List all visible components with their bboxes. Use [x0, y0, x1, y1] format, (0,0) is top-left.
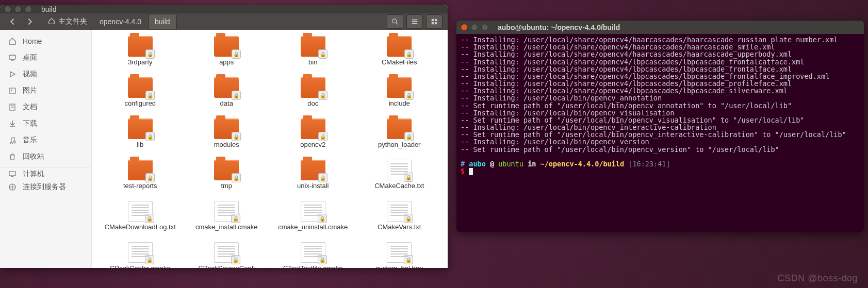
- folder-icon: 🔒: [387, 77, 412, 98]
- sidebar-item-trash[interactable]: 回收站: [0, 148, 91, 165]
- file-label: modules: [214, 141, 239, 148]
- svg-marker-11: [10, 72, 15, 77]
- folder-icon: 🔒: [387, 118, 412, 139]
- svg-rect-6: [435, 19, 437, 21]
- folder-item[interactable]: 🔒configured: [102, 77, 179, 118]
- breadcrumb-home[interactable]: 主文件夹: [42, 13, 93, 30]
- svg-point-13: [11, 90, 12, 91]
- lock-icon: 🔒: [145, 91, 155, 100]
- sidebar-item-home[interactable]: Home: [0, 33, 91, 49]
- folder-item[interactable]: 🔒data: [188, 77, 265, 118]
- window-controls: [461, 24, 488, 31]
- sidebar-item-network[interactable]: 连接到服务器: [0, 179, 91, 195]
- lock-icon: 🔒: [232, 132, 241, 141]
- file-label: CMakeVars.txt: [378, 224, 421, 231]
- lock-icon: 🔒: [145, 132, 155, 141]
- folder-item[interactable]: 🔒doc: [274, 77, 352, 118]
- folder-icon: 🔒: [387, 36, 412, 57]
- svg-rect-9: [9, 55, 15, 59]
- sidebar-item-desktop[interactable]: 桌面: [0, 49, 91, 66]
- sidebar: Home 桌面 视频 图片 文档 下载 音乐 回收站 计算机 连接到服务器: [0, 30, 92, 268]
- maximize-button[interactable]: [25, 6, 32, 13]
- sidebar-item-videos[interactable]: 视频: [0, 66, 91, 82]
- list-view-button[interactable]: [406, 14, 423, 29]
- file-item[interactable]: 🔒CPackSourceConfi: [188, 242, 265, 268]
- folder-item[interactable]: 🔒apps: [188, 36, 265, 77]
- folder-item[interactable]: 🔒3rdparty: [102, 36, 179, 77]
- svg-rect-17: [9, 172, 15, 176]
- folder-item[interactable]: 🔒python_loader: [361, 118, 438, 160]
- folder-item[interactable]: 🔒lib: [102, 118, 179, 160]
- close-button[interactable]: [4, 6, 11, 13]
- folder-item[interactable]: 🔒tmp: [188, 160, 265, 201]
- lock-icon: 🔒: [232, 173, 241, 182]
- sidebar-item-label: 音乐: [23, 135, 37, 145]
- file-item[interactable]: 🔒custom_hal.hpp: [361, 242, 438, 268]
- sidebar-item-pictures[interactable]: 图片: [0, 82, 91, 99]
- file-label: cmake_install.cmake: [195, 224, 258, 231]
- sidebar-item-downloads[interactable]: 下载: [0, 115, 91, 132]
- nav-back-button[interactable]: [5, 14, 20, 29]
- folder-icon: 🔒: [128, 36, 153, 57]
- file-label: apps: [219, 59, 234, 66]
- folder-icon: 🔒: [128, 160, 153, 180]
- lock-icon: 🔒: [404, 214, 413, 223]
- folder-item[interactable]: 🔒unix-install: [274, 160, 352, 201]
- close-button[interactable]: [461, 24, 468, 31]
- pictures-icon: [8, 87, 17, 95]
- folder-icon: 🔒: [128, 77, 153, 98]
- folder-icon: 🔒: [301, 160, 325, 180]
- sidebar-item-computer[interactable]: 计算机: [0, 167, 91, 179]
- document-icon: 🔒: [387, 160, 412, 180]
- lock-icon: 🔒: [231, 255, 240, 264]
- fm-titlebar[interactable]: build: [0, 5, 448, 13]
- search-button[interactable]: [387, 14, 403, 29]
- file-label: include: [389, 100, 410, 107]
- folder-item[interactable]: 🔒modules: [188, 118, 265, 160]
- file-label: lib: [137, 141, 143, 148]
- svg-rect-5: [432, 19, 434, 21]
- file-item[interactable]: 🔒CMakeVars.txt: [361, 201, 438, 242]
- file-item[interactable]: 🔒CMakeDownloadLog.txt: [102, 201, 179, 242]
- lock-icon: 🔒: [145, 214, 154, 223]
- file-label: test-reports: [123, 182, 157, 190]
- sidebar-item-music[interactable]: 音乐: [0, 132, 91, 148]
- fm-toolbar: 主文件夹 opencv-4.4.0 build: [0, 13, 448, 30]
- file-item[interactable]: 🔒CPackConfig.cmake: [102, 242, 179, 268]
- folder-item[interactable]: 🔒test-reports: [102, 160, 179, 201]
- file-label: CPackSourceConfi: [198, 265, 255, 268]
- sidebar-item-documents[interactable]: 文档: [0, 99, 91, 115]
- network-icon: [8, 183, 17, 191]
- document-icon: 🔒: [214, 242, 239, 263]
- terminal-window: aubo@ubuntu: ~/opencv-4.4.0/build -- Ins…: [456, 21, 864, 232]
- lock-icon: 🔒: [404, 49, 414, 59]
- file-item[interactable]: 🔒cmake_uninstall.cmake: [274, 201, 352, 242]
- breadcrumb-build[interactable]: build: [148, 14, 177, 29]
- folder-icon: 🔒: [214, 36, 239, 57]
- breadcrumb: 主文件夹 opencv-4.4.0 build: [42, 13, 177, 30]
- home-icon: [48, 18, 55, 26]
- document-icon: 🔒: [128, 242, 153, 263]
- file-item[interactable]: 🔒CTestTestfile.cmake: [274, 242, 352, 268]
- folder-item[interactable]: 🔒include: [361, 77, 438, 118]
- svg-rect-12: [9, 88, 15, 93]
- file-grid[interactable]: 🔒3rdparty🔒apps🔒bin🔒CMakeFiles🔒configured…: [92, 30, 448, 268]
- sidebar-item-label: 文档: [23, 103, 37, 112]
- svg-rect-2: [412, 20, 418, 21]
- folder-item[interactable]: 🔒CMakeFiles: [361, 36, 438, 77]
- folder-icon: 🔒: [214, 77, 239, 98]
- grid-view-button[interactable]: [426, 14, 443, 29]
- folder-item[interactable]: 🔒bin: [274, 36, 352, 77]
- terminal-body[interactable]: -- Installing: /user/local/share/opencv4…: [456, 34, 864, 232]
- breadcrumb-opencv[interactable]: opencv-4.4.0: [93, 14, 148, 29]
- terminal-titlebar[interactable]: aubo@ubuntu: ~/opencv-4.4.0/build: [456, 21, 864, 34]
- minimize-button[interactable]: [471, 24, 478, 31]
- minimize-button[interactable]: [14, 6, 22, 13]
- file-item[interactable]: 🔒CMakeCache.txt: [361, 160, 438, 201]
- document-icon: 🔒: [301, 201, 325, 222]
- maximize-button[interactable]: [481, 24, 488, 31]
- file-label: CPackConfig.cmake: [110, 265, 171, 268]
- file-item[interactable]: 🔒cmake_install.cmake: [188, 201, 265, 242]
- nav-forward-button[interactable]: [23, 14, 37, 29]
- folder-item[interactable]: 🔒opencv2: [274, 118, 352, 160]
